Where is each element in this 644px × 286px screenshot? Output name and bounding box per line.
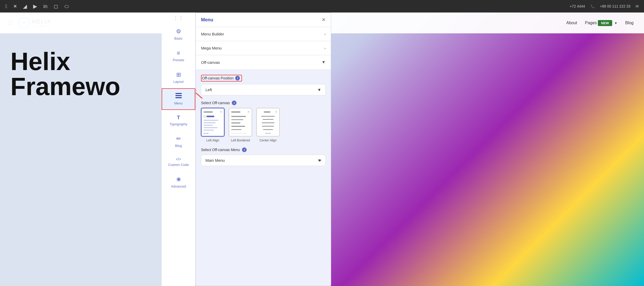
svg-line-4 [196,91,202,98]
thumb-left-align[interactable]: ✕ [201,108,224,142]
instagram-icon[interactable]: ◻ [54,3,58,9]
facebook-icon[interactable]:  [5,3,7,9]
nav-about[interactable]: About [566,21,577,25]
phone-icon: 📞 [590,4,595,8]
pinterest-icon[interactable]: ◢ [23,3,27,9]
thumb-center-align[interactable]: ✕ Ce [256,108,280,142]
offcanvas-position-highlighted: Off-canvas Position i [201,75,242,82]
linkedin-icon[interactable]: in [43,3,47,9]
menu-icon [175,93,182,100]
thumb-left-align-label: Left Align [206,139,219,142]
select-offcanvas-menu-field: Select Off-canvas Menu i Main Menu ▼ [201,147,326,166]
red-arrow-indicator [196,89,204,100]
sidebar-menu-label: Menu [174,101,183,105]
sidebar-item-presets[interactable]: ≡ Presets [162,45,195,67]
layout-icon: ⊞ [176,71,181,78]
sidebar-typography-label: Typography [170,122,187,126]
sidebar-item-typography[interactable]: T Typography [162,110,195,131]
sidebar-panel: ⋮⋮ ⚙ Basic ≡ Presets ⊞ Layout Menu T Typ… [162,13,196,286]
thumb-center-align-card: ✕ [256,108,280,136]
menu-close-button[interactable]: ✕ [322,17,326,23]
presets-icon: ≡ [177,50,180,57]
menu-builder-arrow: › [324,32,326,36]
advanced-icon: ❀ [176,176,181,183]
thumb-center-align-label: Center Align [259,139,276,142]
nav-pages[interactable]: Pages NEW ▼ [585,21,617,25]
menu-panel-header: Menu ✕ [196,13,331,27]
position-select-container: Left ▼ [201,84,326,95]
menu-panel-title: Menu [201,17,213,23]
main-menu-value: Main Menu [205,158,225,163]
sidebar-item-advanced[interactable]: ❀ Advanced [162,171,195,193]
thumb-bordered-close-icon: ✕ [247,110,250,113]
svg-rect-1 [175,95,182,96]
mail-icon: ✉ [636,4,639,8]
sidebar-basic-label: Basic [174,36,183,40]
typography-icon: T [177,115,180,121]
top-bar:  ✕ ◢ ▶ in ◻ ⬭ +72 4444 📞 +88 00 111 222… [0,0,644,13]
pages-new-badge: NEW [598,20,612,26]
youtube-icon[interactable]: ▶ [33,3,37,9]
offcanvas-header[interactable]: Off-canvas ▼ [196,55,331,70]
sidebar-drag-handle[interactable]: ⋮⋮ [173,15,184,21]
sidebar-blog-label: Blog [175,144,182,148]
menu-builder-section: Menu Builder › [196,27,331,41]
mega-menu-arrow: › [324,46,326,50]
phone1: +72 4444 [570,4,585,8]
main-menu-dropdown-arrow: ▼ [317,158,321,163]
select-offcanvas-field: Select Off-canvas i ✕ [201,101,326,142]
main-menu-select-wrapper: Main Menu ▼ [201,155,326,166]
thumb-left-bordered-label: Left Bordered [231,139,250,142]
mega-menu-row[interactable]: Mega Menu › [196,41,331,55]
select-offcanvas-menu-label-row: Select Off-canvas Menu i [201,147,326,152]
custom-code-icon: </> [176,157,181,161]
menu-builder-label: Menu Builder [201,32,224,36]
hero-title-line2: Framewo [10,74,151,99]
thumb-close-icon: ✕ [220,110,222,113]
thumb-left-align-card: ✕ [201,108,224,136]
offcanvas-title: Off-canvas [201,60,220,65]
offcanvas-thumbnails: ✕ [201,108,326,142]
sidebar-item-layout[interactable]: ⊞ Layout [162,67,195,88]
position-value: Left [205,88,212,92]
mega-menu-section: Mega Menu › [196,41,331,55]
position-dropdown-arrow: ▼ [317,88,321,92]
thumb-left-bordered-card: ✕ [229,108,252,136]
sidebar-item-custom-code[interactable]: </> Custom Code [162,152,195,171]
offcanvas-chevron-icon: ▼ [321,60,326,65]
pages-dropdown-arrow: ▼ [614,21,617,25]
blog-icon: ✏ [176,135,181,142]
twitter-x-icon[interactable]: ✕ [13,4,17,9]
select-offcanvas-menu-label: Select Off-canvas Menu [201,148,240,152]
sidebar-layout-label: Layout [173,80,184,84]
select-offcanvas-label-row: Select Off-canvas i [201,101,326,105]
flickr-icon[interactable]: ⬭ [64,3,69,9]
offcanvas-section: Off-canvas ▼ Off-canvas Position i Left [196,55,331,176]
offcanvas-position-label: Off-canvas Position [202,76,234,80]
sidebar-item-blog[interactable]: ✏ Blog [162,131,195,152]
sidebar-item-menu[interactable]: Menu [162,88,195,110]
offcanvas-position-field: Off-canvas Position i Left ▼ [201,75,326,95]
thumb-left-bordered[interactable]: ✕ Left Bordered [229,108,252,142]
position-info-icon[interactable]: i [235,76,240,80]
select-offcanvas-label: Select Off-canvas [201,101,230,105]
offcanvas-position-label-row: Off-canvas Position i [201,75,326,82]
mega-menu-label: Mega Menu [201,46,222,50]
position-select[interactable]: Left ▼ [201,84,326,95]
sidebar-advanced-label: Advanced [171,184,186,188]
svg-rect-2 [175,97,182,98]
menu-builder-row[interactable]: Menu Builder › [196,27,331,41]
gear-icon: ⚙ [176,28,181,35]
nav-blog[interactable]: Blog [625,21,634,25]
sidebar-item-basic[interactable]: ⚙ Basic [162,23,195,45]
offcanvas-body: Off-canvas Position i Left ▼ [196,70,331,176]
select-menu-info-icon[interactable]: i [242,147,247,152]
svg-rect-0 [175,93,182,94]
select-offcanvas-info-icon[interactable]: i [232,101,236,105]
phone2: +88 00 111 222 33 [600,4,630,8]
menu-panel: Menu ✕ Menu Builder › Mega Menu › Off-ca… [196,13,331,286]
thumb-center-close-icon: ✕ [275,110,277,113]
main-menu-select[interactable]: Main Menu ▼ [201,155,326,166]
sidebar-custom-code-label: Custom Code [168,163,189,167]
hero-area: Helix Framewo [0,33,162,286]
